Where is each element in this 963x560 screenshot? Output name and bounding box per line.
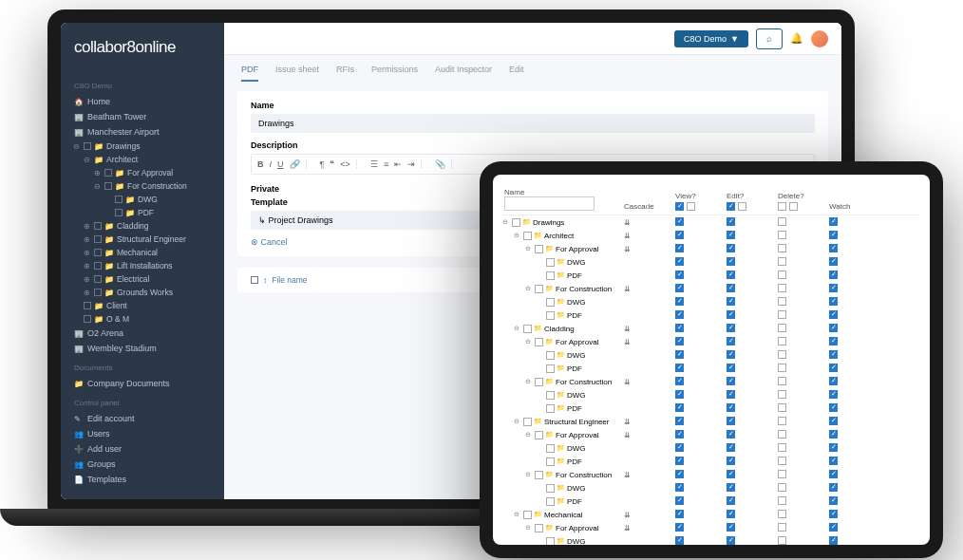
permission-name[interactable]: 📁DWG [502,537,624,546]
perm-checkbox[interactable] [829,510,838,518]
permission-name[interactable]: ⊖📁For Construction [502,471,624,479]
perm-checkbox[interactable] [829,297,838,306]
checkbox[interactable] [546,404,555,413]
tab-permissions[interactable]: Permissions [371,65,418,82]
sidebar-project-o2[interactable]: 🏢O2 Arena [61,326,224,341]
permission-name[interactable]: 📁DWG [502,351,624,360]
perm-checkbox[interactable] [675,244,684,252]
perm-checkbox[interactable] [829,523,838,532]
perm-checkbox[interactable] [778,443,786,452]
perm-checkbox[interactable] [778,257,786,266]
permission-name[interactable]: ⊖📁Mechanical [502,511,624,519]
perm-checkbox[interactable] [829,390,838,399]
perm-checkbox[interactable] [829,337,838,345]
sort-icon[interactable]: ↕ [263,275,267,285]
checkbox[interactable] [546,351,555,360]
toggle-icon[interactable]: ⊖ [502,218,510,226]
perm-checkbox[interactable] [727,271,735,279]
permission-name[interactable]: 📁PDF [502,364,624,373]
cascade-cell[interactable]: ⇊ [624,524,675,532]
perm-checkbox[interactable] [778,483,786,492]
perm-checkbox[interactable] [778,310,786,319]
perm-checkbox[interactable] [675,483,684,492]
perm-checkbox[interactable] [727,377,735,385]
toggle-icon[interactable]: ⊖ [514,511,521,518]
tab-rfis[interactable]: RFIs [336,65,354,82]
toggle-icon[interactable]: ⊕ [94,169,102,177]
permission-name[interactable]: ⊖📁For Approval [502,524,624,532]
name-filter-input[interactable] [504,196,595,211]
perm-checkbox[interactable] [778,430,786,439]
checkbox[interactable] [104,182,112,190]
perm-checkbox[interactable] [727,496,735,505]
tab-issue-sheet[interactable]: Issue sheet [275,65,319,82]
checkbox[interactable] [535,285,543,293]
permission-name[interactable]: ⊖📁For Approval [502,431,624,439]
perm-checkbox[interactable] [778,244,786,252]
perm-checkbox[interactable] [778,536,786,545]
checkbox[interactable] [94,262,102,270]
permission-name[interactable]: 📁DWG [502,391,624,400]
toggle-icon[interactable]: ⊖ [525,245,533,252]
permission-name[interactable]: 📁PDF [502,404,624,413]
tree-dwg[interactable]: 📁DWG [104,193,224,206]
perm-checkbox[interactable] [675,403,684,412]
indent-icon[interactable]: ⇥ [407,159,415,169]
toggle-icon[interactable]: ⊖ [525,285,533,292]
delete-all-checkbox[interactable] [778,202,786,211]
perm-checkbox[interactable] [727,364,735,372]
tree-drawings[interactable]: ⊖📁Drawings [73,140,224,153]
search-button[interactable]: ⌕ [756,28,783,49]
italic-icon[interactable]: I [270,159,273,169]
bold-icon[interactable]: B [257,159,264,169]
perm-checkbox[interactable] [778,324,786,332]
perm-checkbox[interactable] [778,457,786,465]
tree-mechanical[interactable]: ⊕📁Mechanical [84,246,224,259]
perm-checkbox[interactable] [778,350,786,359]
checkbox[interactable] [523,418,532,426]
checkbox[interactable] [115,209,123,216]
perm-checkbox[interactable] [675,377,684,385]
checkbox[interactable] [84,302,91,309]
perm-checkbox[interactable] [675,231,684,239]
paragraph-icon[interactable]: ¶ [320,159,325,169]
tab-edit[interactable]: Edit [509,65,524,82]
sidebar-home[interactable]: 🏠Home [61,94,224,109]
permission-name[interactable]: ⊖📁Structural Engineer [502,418,624,426]
tree-grounds[interactable]: ⊕📁Grounds Works [84,286,224,299]
perm-checkbox[interactable] [675,324,684,332]
tree-client[interactable]: 📁Client [73,299,224,312]
perm-checkbox[interactable] [829,457,838,465]
perm-checkbox[interactable] [727,350,735,359]
perm-checkbox[interactable] [675,523,684,532]
perm-checkbox[interactable] [829,350,838,359]
link-icon[interactable]: 🔗 [290,159,300,169]
sidebar-company-docs[interactable]: 📁Company Documents [61,376,224,391]
perm-checkbox[interactable] [778,377,786,385]
toggle-icon[interactable]: ⊖ [525,378,533,385]
perm-checkbox[interactable] [727,457,735,465]
perm-checkbox[interactable] [829,271,838,279]
checkbox[interactable] [535,471,543,479]
perm-checkbox[interactable] [778,403,786,412]
perm-checkbox[interactable] [778,470,786,478]
select-all-checkbox[interactable] [251,276,258,284]
toggle-icon[interactable]: ⊖ [525,524,533,532]
toggle-icon[interactable]: ⊖ [94,182,102,191]
sidebar-add-user[interactable]: ➕Add user [61,441,224,457]
toggle-icon[interactable]: ⊖ [514,418,521,425]
sidebar-users[interactable]: 👥Users [61,426,224,441]
cascade-cell[interactable]: ⇊ [624,418,675,426]
perm-checkbox[interactable] [675,390,684,399]
perm-checkbox[interactable] [829,496,838,505]
perm-checkbox[interactable] [675,470,684,478]
checkbox[interactable] [546,444,555,453]
permission-name[interactable]: 📁DWG [502,444,624,453]
toggle-icon[interactable]: ⊕ [84,222,91,231]
cascade-cell[interactable]: ⇊ [624,325,675,333]
tree-om[interactable]: 📁O & M [73,312,224,326]
cascade-cell[interactable]: ⇊ [624,378,675,386]
checkbox[interactable] [94,249,102,256]
checkbox[interactable] [546,391,555,400]
toggle-icon[interactable]: ⊕ [84,275,91,284]
